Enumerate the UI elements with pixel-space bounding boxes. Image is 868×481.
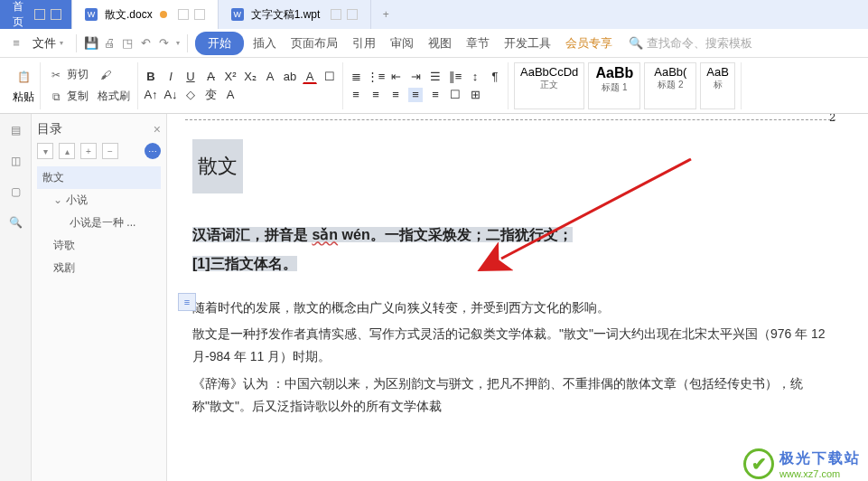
highlight-button[interactable]: ab [283, 70, 297, 84]
vip-ribbon-tab[interactable]: 会员专享 [560, 32, 618, 55]
wps-word-icon: W [231, 8, 244, 21]
sort-button[interactable]: ↕ [468, 70, 482, 84]
align-left-button[interactable]: ≡ [349, 88, 363, 102]
format-painter-label[interactable]: 格式刷 [96, 88, 132, 105]
align-right-button[interactable]: ≡ [388, 88, 403, 102]
tab-close-icon[interactable] [347, 9, 358, 20]
toc-item[interactable]: 小说是一种 ... [37, 212, 161, 234]
bullets-button[interactable]: ≣ [349, 70, 363, 84]
toc-item[interactable]: 诗歌 [37, 234, 161, 257]
text-effect-button[interactable]: A [263, 70, 277, 84]
tab-close-icon[interactable] [194, 9, 205, 20]
refresh-outline-icon[interactable]: ⋯ [145, 143, 161, 159]
shading-button[interactable]: ☐ [322, 70, 337, 84]
distribute-button[interactable]: ≡ [428, 88, 443, 102]
tab-restore-icon[interactable] [178, 9, 189, 20]
references-ribbon-tab[interactable]: 引用 [347, 32, 381, 55]
bookmark-panel-icon[interactable]: ◫ [6, 152, 24, 170]
increase-font-button[interactable]: A↑ [144, 88, 158, 102]
outline-title: 目录 [37, 121, 62, 137]
clear-format-button[interactable]: ◇ [183, 88, 198, 102]
active-tab-title: 散文.docx [105, 7, 153, 23]
toc-item[interactable]: 戏剧 [37, 257, 161, 279]
app-menu-icon[interactable]: ≡ [9, 36, 23, 51]
character-border-button[interactable]: A [223, 88, 238, 102]
text-direction-button[interactable]: ☰ [428, 70, 443, 84]
borders-button[interactable]: ⊞ [468, 88, 482, 102]
underline-button[interactable]: U [183, 70, 198, 84]
outline-panel-icon[interactable]: ▤ [6, 121, 24, 139]
selected-text[interactable]: 汉语词汇，拼音是 sǎn wén。一指文采焕发；二指犹行文； [192, 227, 573, 242]
page-layout-ribbon-tab[interactable]: 页面布局 [285, 32, 343, 55]
developer-ribbon-tab[interactable]: 开发工具 [499, 32, 556, 55]
decrease-font-button[interactable]: A↓ [163, 88, 178, 102]
numbering-button[interactable]: ⋮≡ [369, 70, 383, 84]
document-heading[interactable]: 散文 [192, 139, 243, 193]
close-outline-icon[interactable]: × [154, 122, 161, 137]
align-center-button[interactable]: ≡ [369, 88, 383, 102]
format-painter-button[interactable]: 🖌 [96, 66, 116, 84]
decrease-indent-button[interactable]: ⇤ [388, 70, 403, 84]
toc-item[interactable]: 散文 [37, 166, 161, 189]
paste-button[interactable]: 📋 粘贴 [13, 66, 34, 105]
new-tab-button[interactable]: + [371, 0, 400, 29]
active-document-tab[interactable]: W 散文.docx [72, 0, 219, 29]
bookmark-icon[interactable]: ▢ [6, 183, 24, 201]
home-tab-label: 首页 [13, 0, 23, 30]
style-heading3[interactable]: AaB 标 [700, 62, 735, 109]
style-heading2[interactable]: AaBb( 标题 2 [644, 62, 696, 109]
style-normal[interactable]: AaBbCcDd 正文 [514, 62, 584, 109]
chapter-ribbon-tab[interactable]: 章节 [461, 32, 495, 55]
subscript-button[interactable]: X₂ [243, 70, 257, 84]
brush-icon: 🖌 [98, 67, 114, 83]
document-area[interactable]: 2 散文 汉语词汇，拼音是 sǎn wén。一指文采焕发；二指犹行文； [1]三… [167, 114, 868, 481]
remove-section-icon[interactable]: − [102, 143, 118, 159]
show-marks-button[interactable]: ¶ [488, 70, 502, 84]
chevron-down-icon: ⌄ [53, 193, 62, 206]
tab-controls [178, 9, 205, 20]
print-icon[interactable]: 🖨 [102, 36, 117, 51]
italic-button[interactable]: I [163, 70, 178, 84]
watermark-title: 极光下载站 [779, 449, 861, 468]
page: 2 散文 汉语词汇，拼音是 sǎn wén。一指文采焕发；二指犹行文； [1]三… [185, 114, 835, 431]
home-tab[interactable]: 首页 [0, 0, 72, 29]
tab-minimize-icon[interactable] [34, 9, 45, 20]
line-spacing-button[interactable]: ‖≡ [448, 70, 462, 84]
selected-text[interactable]: [1]三指文体名。 [192, 256, 297, 271]
home-ribbon-tab[interactable]: 开始 [195, 32, 244, 55]
page-content[interactable]: 散文 汉语词汇，拼音是 sǎn wén。一指文采焕发；二指犹行文； [1]三指文… [185, 126, 835, 431]
review-ribbon-tab[interactable]: 审阅 [385, 32, 419, 55]
bold-button[interactable]: B [144, 70, 158, 84]
superscript-button[interactable]: X² [223, 70, 238, 84]
tab-restore-icon[interactable] [51, 9, 61, 20]
phonetic-guide-button[interactable]: 变 [203, 88, 218, 102]
print-preview-icon[interactable]: ◳ [120, 36, 135, 51]
search-panel-icon[interactable]: 🔍 [6, 213, 24, 231]
save-icon[interactable]: 💾 [84, 36, 98, 51]
style-heading1[interactable]: AaBb 标题 1 [588, 62, 640, 109]
cut-button[interactable]: ✂剪切 [46, 66, 90, 84]
file-menu[interactable]: 文件▾ [27, 32, 69, 55]
insert-ribbon-tab[interactable]: 插入 [247, 32, 282, 55]
font-color-button[interactable]: A [303, 70, 317, 84]
paragraph[interactable]: 散文是一种抒发作者真情实感、写作方式灵活的记叙类文学体裁。"散文"一词大约出现在… [192, 323, 828, 368]
insert-tag-icon[interactable]: ≡ [178, 293, 196, 311]
add-section-icon[interactable]: + [80, 143, 97, 159]
strikethrough-button[interactable]: A̶ [203, 70, 218, 84]
paragraph[interactable]: 《辞海》认为 ：中国六朝以来，为区别韵文与骈文，把凡不押韵、不重排偶的散体文章（… [192, 373, 828, 418]
paragraph[interactable]: 随着时代的发展，散文的概念由广义向狭义转变，并受到西方文化的影响。 [192, 297, 828, 319]
view-ribbon-tab[interactable]: 视图 [423, 32, 457, 55]
align-justify-button[interactable]: ≡ [408, 88, 423, 102]
watermark: ✔ 极光下载站 www.xz7.com [743, 448, 861, 479]
copy-button[interactable]: ⧉复制 [46, 88, 90, 106]
expand-all-icon[interactable]: ▴ [59, 143, 75, 159]
undo-icon[interactable]: ↶ [138, 36, 153, 51]
increase-indent-button[interactable]: ⇥ [408, 70, 423, 84]
redo-icon[interactable]: ↷ [156, 36, 171, 51]
command-search[interactable]: 🔍 查找命令、搜索模板 [629, 35, 752, 52]
tab-restore-icon[interactable] [331, 9, 341, 20]
collapse-all-icon[interactable]: ▾ [37, 143, 53, 159]
para-shading-button[interactable]: ☐ [448, 88, 462, 102]
document-tab[interactable]: W 文字文稿1.wpt [219, 0, 372, 29]
toc-item[interactable]: ⌄小说 [37, 189, 161, 212]
